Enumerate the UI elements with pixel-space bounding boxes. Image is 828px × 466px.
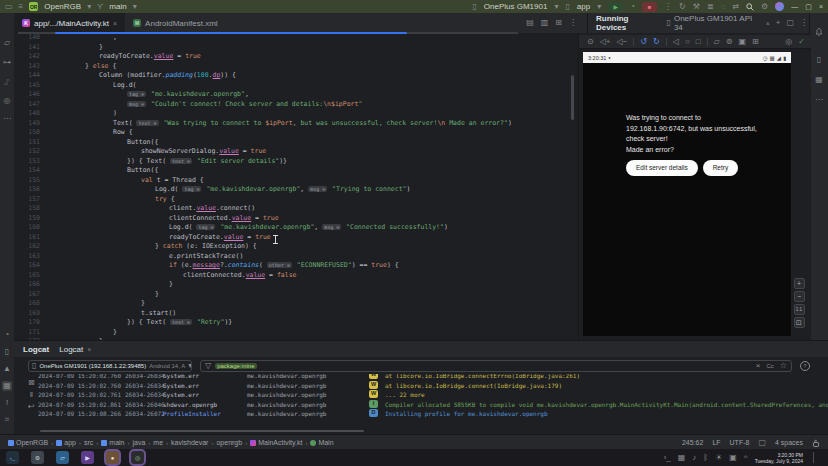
zoom-reset-button[interactable]: 1:1	[794, 304, 805, 315]
code-line[interactable]: 161readyToCreate.value = true	[14, 233, 578, 243]
layout-inspector-icon[interactable]: ▦	[814, 75, 824, 85]
edit-server-details-button[interactable]: Edit server details	[626, 160, 698, 176]
clear-filter-icon[interactable]: ×	[756, 362, 761, 370]
design-view-icon[interactable]: ⊞	[555, 19, 562, 27]
taskbar-app-files[interactable]: ▱	[56, 451, 69, 464]
split-view-icon[interactable]: ▥	[541, 19, 549, 27]
retry-button[interactable]: Retry	[703, 160, 739, 176]
log-row[interactable]: 2024-07-09 15:20:02.76126034-26034System…	[14, 390, 828, 400]
branch-name[interactable]: main	[109, 2, 126, 11]
terminal-tool-icon[interactable]: ⌗	[2, 415, 12, 425]
taskbar-app-media[interactable]: ▶	[81, 451, 94, 464]
run-button[interactable]: ▶	[608, 2, 623, 12]
code-line[interactable]: 157try {	[14, 195, 578, 205]
breadcrumb-item[interactable]: src	[84, 439, 93, 446]
breadcrumb-item[interactable]: Main	[310, 439, 333, 446]
encoding-indicator[interactable]: UTF-8	[730, 439, 750, 446]
unlock-icon[interactable]	[812, 439, 820, 447]
profiler-button[interactable]: ◔	[630, 3, 635, 11]
device-explorer-icon[interactable]: ▯	[814, 55, 824, 65]
taskbar-app-gimp[interactable]: ●	[106, 451, 119, 464]
run-config-selector[interactable]: app	[577, 2, 590, 11]
tray-brightness-icon[interactable]: ☀	[715, 454, 722, 462]
taskbar-clock[interactable]: 3:20:30 PM Tuesday, July 9, 2024	[755, 452, 803, 464]
code-editor[interactable]: 140,141}142readyToCreate.value = true143…	[14, 33, 578, 340]
code-line[interactable]: 144Column (modifier.padding(100.dp)) {	[14, 71, 578, 81]
screenshot-icon[interactable]: ⊚	[726, 38, 733, 46]
problems-tool-icon[interactable]: !	[2, 398, 12, 408]
code-line[interactable]: 165clientConnected.value = false	[14, 271, 578, 281]
gradle-sync-icon[interactable]: ↻	[679, 3, 686, 11]
show-desktop-button[interactable]	[813, 452, 822, 463]
code-line[interactable]: 152showNewServerDialog.value = true	[14, 147, 578, 157]
more-tools-icon[interactable]: ⋯	[2, 114, 12, 124]
code-line[interactable]: 160Log.d( tag = "me.kavishdevar.openrgb"…	[14, 223, 578, 233]
code-line[interactable]: 170}) { Text( text = "Retry")}	[14, 318, 578, 328]
rotate-left-icon[interactable]: ↺	[640, 38, 647, 46]
favorite-filter-star-icon[interactable]: ☆	[780, 362, 787, 370]
close-tab-icon[interactable]: ×	[113, 20, 117, 27]
filter-help-icon[interactable]: ?	[800, 361, 810, 371]
notifications-bell-icon[interactable]	[814, 27, 824, 37]
new-device-tab-icon[interactable]: +	[776, 19, 781, 27]
readonly-icon[interactable]: ▢	[758, 439, 766, 447]
code-line[interactable]: 164if (e.message?.contains( other = "ECO…	[14, 261, 578, 271]
logcat-rows[interactable]: 2024-07-09 15:20:02.76026034-26034System…	[14, 374, 828, 429]
app-insights-tool-icon[interactable]: ◔	[2, 330, 12, 340]
tab-mainactivity[interactable]: K app/.../MainActivity.kt ×	[14, 13, 125, 33]
logcat-horizontal-scrollbar[interactable]	[40, 430, 364, 432]
target-device-selector[interactable]: OnePlus GM1901	[484, 2, 548, 11]
taskbar-app-android-studio[interactable]: ◎	[131, 451, 144, 464]
commit-tool-icon[interactable]: ⊶	[2, 58, 12, 68]
stop-button[interactable]: ■	[642, 2, 657, 12]
code-line[interactable]: 142readyToCreate.value = true	[14, 52, 578, 62]
screen-record-icon[interactable]: ▣	[738, 38, 746, 46]
profiler-tool-icon[interactable]: ▲	[2, 364, 12, 374]
code-line[interactable]: 146tag = "me.kavishdevar.openrgb",	[14, 90, 578, 100]
code-line[interactable]: 150Row {	[14, 128, 578, 138]
breadcrumb-item[interactable]: app	[56, 439, 76, 446]
fold-device-icon[interactable]: ▱	[714, 38, 720, 46]
compare-icon[interactable]: ⇄	[732, 3, 739, 11]
panel-more-icon[interactable]: ⋮	[800, 19, 808, 27]
close-logcat-tab-icon[interactable]: ×	[87, 346, 91, 353]
line-ending-indicator[interactable]: LF	[712, 439, 720, 446]
assistant-icon[interactable]: ⋯	[814, 95, 824, 105]
indent-indicator[interactable]: 4 spaces	[775, 439, 803, 446]
maximize-button[interactable]: ▢	[805, 3, 812, 11]
clear-logcat-icon[interactable]: ⊠	[28, 379, 35, 387]
code-line[interactable]: 167}	[14, 290, 578, 300]
code-line[interactable]: 147msg = "Couldn't connect! Check server…	[14, 100, 578, 110]
code-line[interactable]: 145Log.d(	[14, 81, 578, 91]
device-snapshot-icon[interactable]: ◎	[785, 38, 792, 46]
match-case-icon[interactable]: Cc	[766, 363, 773, 369]
project-name[interactable]: OpenRGB	[44, 2, 81, 11]
tab-androidmanifest[interactable]: M AndroidManifest.xml	[125, 13, 225, 33]
caret-position[interactable]: 245:62	[682, 439, 703, 446]
more-actions-icon[interactable]: ⋮	[664, 3, 672, 11]
editor-more-icon[interactable]: ⋮	[569, 19, 577, 27]
code-line[interactable]: 166}	[14, 280, 578, 290]
build-icon[interactable]: ⚒	[693, 3, 700, 11]
code-line[interactable]: 171}	[14, 328, 578, 338]
code-line[interactable]: 168}	[14, 299, 578, 309]
search-icon[interactable]	[746, 3, 754, 11]
log-row[interactable]: 2024-07-09 15:20:02.86126034-26046shdeva…	[14, 400, 828, 410]
settings-gear-icon[interactable]: ⚙	[761, 3, 768, 11]
project-tool-icon[interactable]: ▱	[2, 38, 12, 48]
breadcrumb-item[interactable]: kavishdevar	[171, 439, 208, 446]
find-tool-icon[interactable]: ◎	[2, 96, 12, 106]
overview-icon[interactable]: □	[696, 38, 701, 46]
volume-up-icon[interactable]: ◁+	[600, 38, 611, 46]
code-line[interactable]: 149Text( text = "Was trying to connect t…	[14, 119, 578, 129]
log-row[interactable]: 2024-07-09 15:20:08.26626034-26072Profil…	[14, 409, 828, 419]
tray-expand-icon[interactable]: ^	[744, 454, 748, 462]
float-window-icon[interactable]: ▢	[786, 19, 794, 27]
todo-icon[interactable]: ≣	[707, 3, 714, 11]
editor-scrollbar[interactable]	[571, 75, 574, 120]
code-line[interactable]: 169t.start()	[14, 309, 578, 319]
tray-volume-icon[interactable]: ♪	[692, 454, 696, 462]
user-avatar[interactable]	[775, 2, 784, 11]
code-view-icon[interactable]: ▤	[526, 19, 534, 27]
device-manager-tool-icon[interactable]: ▯	[2, 347, 12, 357]
